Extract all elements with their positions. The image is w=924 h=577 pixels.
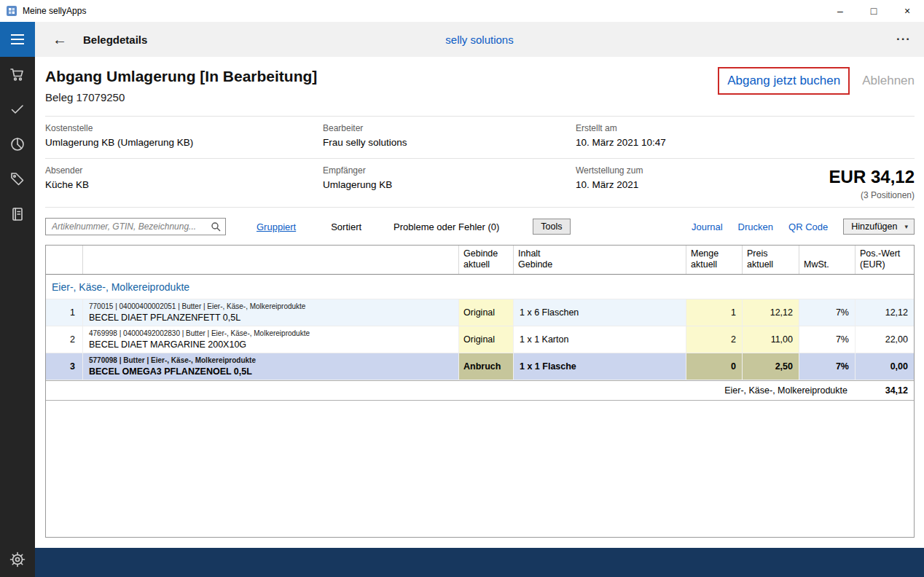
grouped-toggle[interactable]: Gruppiert [257,221,296,232]
pie-chart-icon [9,136,26,153]
table-row[interactable]: 1 770015 | 04000400002051 | Butter | Eie… [46,299,914,326]
tools-button[interactable]: Tools [533,219,570,235]
reject-button[interactable]: Ablehnen [862,74,915,88]
window-title: Meine sellyApps [23,6,86,16]
menu-icon [11,34,24,36]
table-row-selected[interactable]: 3 5770098 | Butter | Eier-, Käse-, Molke… [46,353,914,380]
menge-cell[interactable]: 1 [686,299,742,326]
article-cell: 770015 | 04000400002051 | Butter | Eier-… [82,299,458,326]
gebinde-cell[interactable]: Original [458,326,513,353]
col-rownum [46,246,82,274]
chevron-down-icon: ▾ [904,223,908,230]
menge-cell[interactable]: 2 [686,326,742,353]
toolbar-right: Journal Drucken QR Code Hinzufügen ▾ [692,219,915,235]
search-box [45,218,226,235]
row-number: 3 [46,353,82,380]
sorted-toggle[interactable]: Sortiert [331,221,361,232]
problems-filter[interactable]: Probleme oder Fehler (0) [394,221,499,232]
wert-cell: 22,00 [855,326,914,353]
gebinde-cell[interactable]: Original [458,299,513,326]
gebinde-cell[interactable]: Anbruch [458,353,513,380]
field-kostenstelle: Kostenstelle Umlagerung KB (Umlagerung K… [45,123,323,158]
list-toolbar: Gruppiert Sortiert Probleme oder Fehler … [45,217,915,236]
sidebar [0,22,35,577]
sidebar-item-catalog[interactable] [0,197,35,232]
total-block: EUR 34,12 (3 Positionen) [829,167,915,200]
journal-link[interactable]: Journal [692,221,723,232]
col-wert: Pos.-Wert(EUR) [855,246,914,274]
preis-cell[interactable]: 11,00 [742,326,799,353]
preis-cell[interactable]: 2,50 [742,353,799,380]
col-preis: Preisaktuell [742,246,799,274]
col-gebinde: Gebindeaktuell [458,246,513,274]
minimize-button[interactable]: – [823,0,857,22]
article-cell: 5770098 | Butter | Eier-, Käse-, Molkere… [82,353,458,380]
article-cell: 4769998 | 04000492002830 | Butter | Eier… [82,326,458,353]
wert-cell: 12,12 [855,299,914,326]
group-header: Eier-, Käse-, Molkereiprodukte [46,275,914,299]
wert-cell: 0,00 [855,353,914,380]
window-controls: – □ × [823,0,924,22]
document-header: Abgang Umlagerung [In Bearbeitung] Beleg… [45,57,915,117]
sidebar-item-settings[interactable] [0,542,35,577]
inhalt-cell: 1 x 6 Flaschen [513,299,686,326]
positions-table: Gebindeaktuell InhaltGebinde Mengeaktuel… [45,245,915,538]
gear-icon [9,551,26,568]
mwst-cell: 7% [799,353,855,380]
col-mwst: MwSt. [799,246,855,274]
qr-code-link[interactable]: QR Code [788,221,828,232]
row-number: 2 [46,326,82,353]
footer-group-label: Eier-, Käse-, Molkereiprodukte [46,385,855,396]
more-button[interactable]: ··· [896,32,911,47]
sidebar-item-statistics[interactable] [0,127,35,162]
book-outgoing-button[interactable]: Abgang jetzt buchen [727,74,840,88]
tag-icon [9,170,26,188]
bottom-bar [35,548,924,577]
print-link[interactable]: Drucken [738,221,773,232]
field-bearbeiter: Bearbeiter Frau selly solutions [323,123,576,158]
table-row[interactable]: 2 4769998 | 04000492002830 | Butter | Ei… [46,326,914,353]
menge-cell[interactable]: 0 [686,353,742,380]
mwst-cell: 7% [799,326,855,353]
back-button[interactable]: ← [52,31,67,48]
cart-icon [9,66,26,83]
col-inhalt: InhaltGebinde [513,246,686,274]
app-icon [7,6,17,16]
col-article [82,246,458,274]
search-icon[interactable] [211,221,221,232]
page-title: Belegdetails [83,34,147,46]
add-button[interactable]: Hinzufügen ▾ [843,219,915,235]
mwst-cell: 7% [799,299,855,326]
app-header: selly solutions ← Belegdetails ··· [35,22,924,57]
header-center-title: selly solutions [35,34,924,46]
info-row-1: Kostenstelle Umlagerung KB (Umlagerung K… [45,117,915,159]
search-input[interactable] [52,221,208,232]
info-row-2: Absender Küche KB Empfänger Umlagerung K… [45,159,915,208]
sidebar-item-cart[interactable] [0,57,35,92]
sidebar-item-prices[interactable] [0,162,35,197]
highlight-box: Abgang jetzt buchen [718,67,850,95]
total-amount: EUR 34,12 [829,167,915,187]
maximize-button[interactable]: □ [857,0,890,22]
row-number: 1 [46,299,82,326]
table-footer: Eier-, Käse-, Molkereiprodukte 34,12 [46,380,914,401]
document-actions: Abgang jetzt buchen Ablehnen [718,67,915,95]
col-menge: Mengeaktuell [686,246,742,274]
field-absender: Absender Küche KB [45,165,323,207]
position-count: (3 Positionen) [829,190,915,200]
field-empfaenger: Empfänger Umlagerung KB [323,165,576,207]
inhalt-cell: 1 x 1 Flasche [513,353,686,380]
close-button[interactable]: × [890,0,924,22]
main-content: Abgang Umlagerung [In Bearbeitung] Beleg… [35,57,924,548]
preis-cell[interactable]: 12,12 [742,299,799,326]
book-icon [9,205,26,223]
sidebar-item-tasks[interactable] [0,92,35,127]
window-titlebar: Meine sellyApps – □ × [0,0,924,22]
check-icon [9,101,26,118]
menu-button[interactable] [0,22,35,57]
inhalt-cell: 1 x 1 Karton [513,326,686,353]
field-erstellt-am: Erstellt am 10. März 2021 10:47 [576,123,915,158]
footer-total: 34,12 [855,385,914,396]
table-header-row: Gebindeaktuell InhaltGebinde Mengeaktuel… [46,246,914,275]
